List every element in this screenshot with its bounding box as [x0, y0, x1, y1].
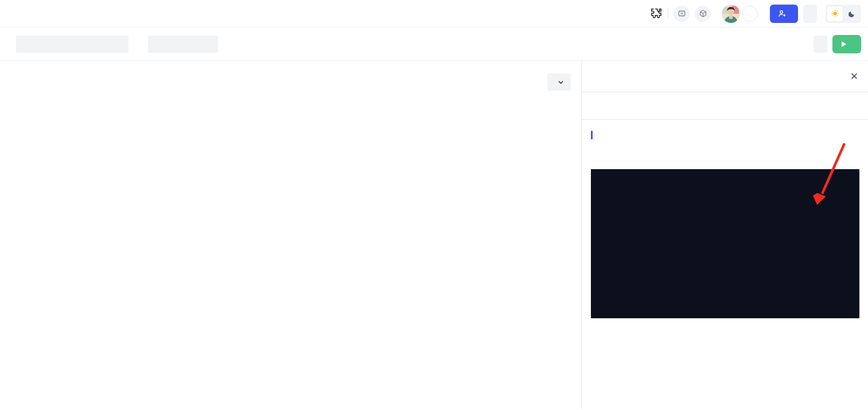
- divider: [668, 9, 668, 19]
- invite-person-icon: [778, 9, 787, 18]
- scenario-toolbar: [0, 28, 868, 61]
- play-icon: [842, 41, 846, 47]
- notification-badge[interactable]: [742, 6, 758, 22]
- steps-list: [0, 103, 581, 108]
- steps-panel: [0, 61, 582, 409]
- batch-actions-button[interactable]: [547, 73, 571, 91]
- screenshot-section-header: [582, 120, 868, 139]
- cube-icon-button[interactable]: [695, 6, 711, 22]
- result-panel: ✕: [582, 61, 868, 409]
- top-navbar: [0, 0, 868, 28]
- avatar[interactable]: [722, 5, 740, 23]
- puzzle-icon[interactable]: [650, 7, 663, 20]
- chevron-down-icon: [558, 79, 564, 85]
- theme-toggle[interactable]: [826, 5, 861, 23]
- result-screenshot[interactable]: [591, 169, 859, 318]
- invite-button[interactable]: [770, 5, 798, 23]
- result-metrics: [582, 92, 868, 120]
- section-accent-bar: [591, 131, 593, 139]
- scenario-name-input[interactable]: [16, 36, 129, 53]
- result-panel-header: ✕: [582, 61, 868, 92]
- run-config-button[interactable]: [813, 36, 827, 53]
- debug-scenario-button[interactable]: [832, 35, 861, 53]
- operation-logs-button[interactable]: [803, 5, 817, 23]
- light-mode-icon[interactable]: [827, 6, 843, 21]
- steps-header: [0, 61, 581, 103]
- close-icon[interactable]: ✕: [850, 72, 858, 81]
- app-root: ✕: [0, 0, 868, 409]
- main-area: ✕: [0, 61, 868, 409]
- layout-icon-button[interactable]: [674, 6, 690, 22]
- topbar-actions: [650, 0, 868, 27]
- scenario-desc-input[interactable]: [148, 36, 218, 53]
- dark-mode-icon[interactable]: [844, 6, 859, 21]
